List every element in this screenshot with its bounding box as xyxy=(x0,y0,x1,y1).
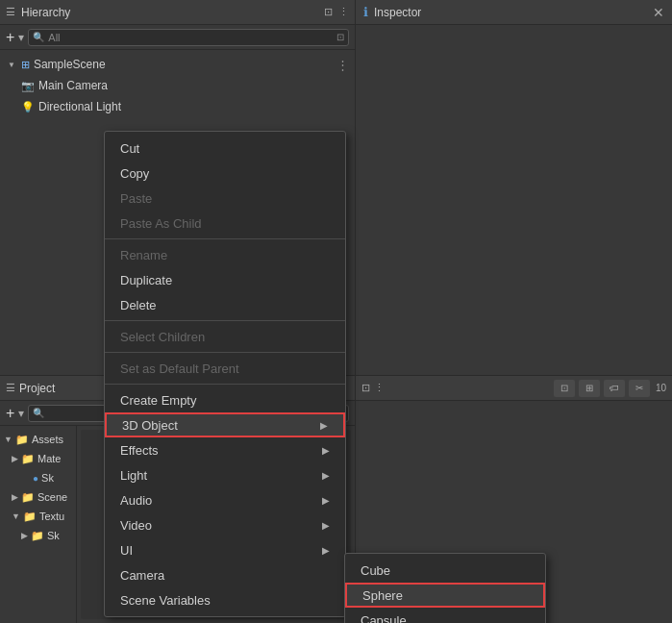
cm-light[interactable]: Light ▶ xyxy=(105,462,345,487)
submenu-3d-object: Cube Sphere Capsule Cylinder Plane Quad … xyxy=(344,553,546,623)
cm-set-default-parent: Set as Default Parent xyxy=(105,356,345,381)
project-menu-icon: ☰ xyxy=(6,382,15,394)
sk2-expand-icon: ▶ xyxy=(21,531,28,540)
right-dock-icon[interactable]: ⊡ xyxy=(361,382,370,394)
cm-effects-label: Effects xyxy=(120,443,159,458)
cm-select-children-label: Select Children xyxy=(120,330,205,344)
cm-scene-variables[interactable]: Scene Variables xyxy=(105,587,345,612)
sk2-label: Sk xyxy=(47,530,60,541)
cm-paste-as-child-label: Paste As Child xyxy=(120,216,202,231)
inspector-close-button[interactable]: ✕ xyxy=(653,5,664,20)
right-toolbar-badge: 10 xyxy=(656,383,666,393)
cm-light-label: Light xyxy=(120,468,147,483)
light-icon: 💡 xyxy=(21,101,35,113)
hierarchy-title: Hierarchy xyxy=(21,6,318,19)
right-more-icon[interactable]: ⋮ xyxy=(374,382,385,394)
sk2-item[interactable]: ▶ 📁 Sk xyxy=(0,526,76,545)
cm-sep-2 xyxy=(105,320,345,321)
cm-create-empty[interactable]: Create Empty xyxy=(105,387,345,412)
cm-video-arrow-icon: ▶ xyxy=(322,520,330,531)
scene-more-icon[interactable]: ⋮ xyxy=(336,58,349,72)
directional-light-item[interactable]: 💡 Directional Light xyxy=(0,96,355,117)
hierarchy-add-button[interactable]: + xyxy=(6,30,14,45)
assets-folder[interactable]: ▼ 📁 Assets xyxy=(0,430,76,449)
hierarchy-dropdown-button[interactable]: ▾ xyxy=(18,31,24,44)
cm-3d-object-label: 3D Object xyxy=(122,418,178,433)
right-toolbar-btn3[interactable]: 🏷 xyxy=(604,380,625,397)
cm-video[interactable]: Video ▶ xyxy=(105,512,345,537)
cm-effects[interactable]: Effects ▶ xyxy=(105,437,345,462)
sk1-item[interactable]: ● Sk xyxy=(0,468,76,487)
cm-cut-label: Cut xyxy=(120,141,139,156)
textures-folder[interactable]: ▼ 📁 Textu xyxy=(0,507,76,526)
project-folder-tree: ▼ 📁 Assets ▶ 📁 Mate ● Sk ▶ 📁 Sce xyxy=(0,426,77,623)
hierarchy-panel: ☰ Hierarchy ⊡ ⋮ + ▾ 🔍 All ⊡ ▼ ⊞ SampleSc… xyxy=(0,0,356,375)
hierarchy-search-box[interactable]: 🔍 All ⊡ xyxy=(28,29,349,46)
cm-audio-label: Audio xyxy=(120,493,152,508)
cm-select-children: Select Children xyxy=(105,324,345,349)
hierarchy-menu-icon: ☰ xyxy=(6,6,15,18)
assets-folder-label: Assets xyxy=(32,434,63,445)
cm-ui-arrow-icon: ▶ xyxy=(322,545,330,556)
inspector-info-icon: ℹ xyxy=(363,5,368,19)
assets-folder-icon: 📁 xyxy=(15,434,29,446)
search-icon: 🔍 xyxy=(33,32,44,42)
cm-light-arrow-icon: ▶ xyxy=(322,470,330,481)
materials-folder-label: Mate xyxy=(37,453,61,464)
expand-arrow-icon: ▼ xyxy=(8,61,15,69)
materials-folder[interactable]: ▶ 📁 Mate xyxy=(0,449,76,468)
hierarchy-more-icon[interactable]: ⋮ xyxy=(338,6,349,18)
cm-duplicate-label: Duplicate xyxy=(120,273,172,287)
cm-video-label: Video xyxy=(120,518,152,533)
right-toolbar-btn2[interactable]: ⊞ xyxy=(579,380,600,397)
cm-paste: Paste xyxy=(105,186,345,211)
scenes-folder-icon: 📁 xyxy=(21,491,35,504)
scene-icon: ⊞ xyxy=(21,59,30,71)
right-panel-toolbar: ⊡ ⋮ ⊡ ⊞ 🏷 ✂ 10 xyxy=(356,376,672,401)
textures-folder-icon: 📁 xyxy=(23,511,37,523)
cm-create-empty-label: Create Empty xyxy=(120,393,196,408)
cm-camera-label: Camera xyxy=(120,568,164,583)
cm-cut[interactable]: Cut xyxy=(105,136,345,161)
sub-capsule[interactable]: Capsule xyxy=(345,608,545,623)
cm-paste-as-child: Paste As Child xyxy=(105,211,345,236)
project-search-icon: 🔍 xyxy=(33,408,44,418)
sk1-label: Sk xyxy=(41,472,54,484)
search-expand-icon[interactable]: ⊡ xyxy=(336,32,344,42)
cm-ui-label: UI xyxy=(120,543,133,558)
project-dropdown-button[interactable]: ▾ xyxy=(18,407,24,420)
sub-cube[interactable]: Cube xyxy=(345,558,545,583)
right-toolbar-btn4[interactable]: ✂ xyxy=(629,380,650,397)
project-add-button[interactable]: + xyxy=(6,406,14,421)
cm-camera[interactable]: Camera xyxy=(105,562,345,587)
scenes-folder-label: Scene xyxy=(37,491,67,503)
camera-icon: 📷 xyxy=(21,80,35,92)
cm-duplicate[interactable]: Duplicate xyxy=(105,267,345,292)
hierarchy-dock-icon[interactable]: ⊡ xyxy=(324,6,333,18)
hierarchy-toolbar: + ▾ 🔍 All ⊡ xyxy=(0,25,355,50)
cm-copy[interactable]: Copy xyxy=(105,161,345,186)
scene-root-item[interactable]: ▼ ⊞ SampleScene ⋮ xyxy=(0,54,355,75)
cm-audio[interactable]: Audio ▶ xyxy=(105,487,345,512)
cm-3d-object-arrow-icon: ▶ xyxy=(320,420,328,431)
main-camera-item[interactable]: 📷 Main Camera xyxy=(0,75,355,96)
cm-set-default-parent-label: Set as Default Parent xyxy=(120,361,239,376)
main-camera-label: Main Camera xyxy=(38,79,108,92)
context-menu: Cut Copy Paste Paste As Child Rename Dup… xyxy=(104,131,346,617)
sub-sphere[interactable]: Sphere xyxy=(345,583,545,608)
cm-3d-object[interactable]: 3D Object ▶ xyxy=(105,412,345,437)
right-toolbar-btn1[interactable]: ⊡ xyxy=(554,380,575,397)
cm-delete[interactable]: Delete xyxy=(105,292,345,317)
sub-cube-label: Cube xyxy=(361,563,390,578)
cm-delete-label: Delete xyxy=(120,298,157,312)
cm-sep-4 xyxy=(105,384,345,385)
sub-capsule-label: Capsule xyxy=(361,613,407,624)
textures-expand-icon: ▼ xyxy=(12,511,20,521)
scenes-folder[interactable]: ▶ 📁 Scene xyxy=(0,487,76,507)
textures-folder-label: Textu xyxy=(39,511,64,522)
cm-paste-label: Paste xyxy=(120,191,152,206)
cm-sep-3 xyxy=(105,352,345,353)
hierarchy-header: ☰ Hierarchy ⊡ ⋮ xyxy=(0,0,355,25)
cm-ui[interactable]: UI ▶ xyxy=(105,537,345,562)
inspector-title: Inspector xyxy=(374,6,421,19)
